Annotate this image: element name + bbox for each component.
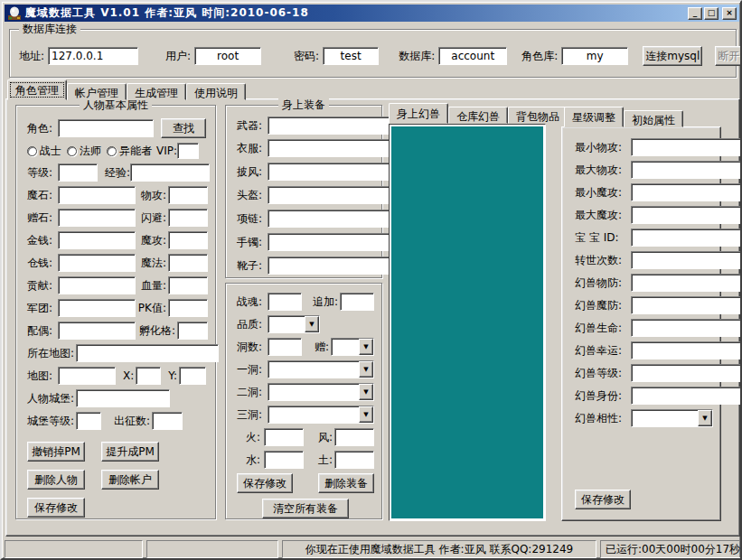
money-input[interactable] [58,231,136,249]
map-label: 地图: [27,369,58,384]
star-save-button[interactable]: 保存修改 [575,490,631,509]
main-tab-bar: 角色管理 帐户管理 生成管理 使用说明 [7,79,246,100]
hole1-dropdown[interactable]: ▼ [268,360,374,378]
user-input[interactable] [194,47,261,65]
cloak-label: 披风: [237,164,268,180]
min-phys-atk-input[interactable] [631,138,742,156]
magic-stone-input[interactable] [58,186,136,204]
tab-account-management[interactable]: 帐户管理 [67,83,127,100]
find-button[interactable]: 查找 [161,118,206,138]
hatch-slot-input[interactable] [177,322,208,340]
dropdown-arrow-icon[interactable]: ▼ [359,339,373,355]
current-map-input[interactable] [76,344,219,362]
tab-bag-items[interactable]: 背包物品 [508,107,568,124]
fire-input[interactable] [264,428,304,446]
war-soul-input[interactable] [268,293,302,311]
minimize-button[interactable]: _ [688,7,702,20]
delete-character-button[interactable]: 删除人物 [27,470,85,490]
disconnect-mysql-button[interactable]: 断开mysql [715,46,742,66]
mana-input[interactable] [168,254,208,272]
address-input[interactable] [48,47,138,65]
tab-warehouse-pets[interactable]: 仓库幻兽 [448,107,508,124]
connect-mysql-button[interactable]: 连接mysql [643,46,702,66]
map-input[interactable] [58,367,116,385]
y-input[interactable] [179,367,206,385]
castle-level-input[interactable] [76,412,101,430]
pet-affinity-dropdown[interactable]: ▼ [631,409,713,427]
expedition-input[interactable] [152,412,183,430]
quality-dropdown[interactable]: ▼ [268,315,320,333]
max-phys-atk-input[interactable] [631,161,742,179]
rebirth-count-input[interactable] [631,251,742,269]
esper-radio[interactable] [107,146,117,156]
dropdown-arrow-icon[interactable]: ▼ [359,406,373,423]
pet-phys-def-input[interactable] [631,274,742,292]
magic-atk-input[interactable] [168,231,208,249]
equipment-group: 身上装备 武器: 衣服: 披风: 头盔: 项链: 手镯: [225,105,382,278]
tab-star-adjust[interactable]: 星级调整 [564,107,624,127]
hp-input[interactable] [168,276,208,294]
legion-input[interactable] [58,299,136,317]
pet-listbox[interactable] [389,124,546,521]
dropdown-arrow-icon[interactable]: ▼ [359,384,373,400]
phys-atk-input[interactable] [168,186,208,204]
exp-input[interactable] [130,163,210,182]
level-input[interactable] [58,163,98,182]
mage-radio[interactable] [67,146,77,156]
max-magic-atk-input[interactable] [631,206,742,224]
hole3-dropdown[interactable]: ▼ [268,406,374,424]
x-input[interactable] [136,367,161,385]
save-changes-button[interactable]: 保存修改 [27,498,85,518]
clear-all-equipment-button[interactable]: 清空所有装备 [262,499,349,518]
delete-account-button[interactable]: 删除帐户 [101,470,159,490]
close-button[interactable]: × [722,7,737,20]
role-input[interactable] [58,119,154,137]
demote-pm-button[interactable]: 撤销掉PM [27,442,85,462]
dropdown-arrow-icon[interactable]: ▼ [359,361,373,378]
pet-identity-input[interactable] [631,387,742,405]
dropdown-arrow-icon[interactable]: ▼ [305,316,319,332]
pet-listbox-area[interactable] [391,126,543,518]
earth-input[interactable] [334,451,374,469]
tab-usage-help[interactable]: 使用说明 [186,83,246,100]
warrior-radio[interactable] [27,146,37,156]
dodge-input[interactable] [168,209,208,227]
exp-label: 经验: [105,165,130,181]
holes-input[interactable] [268,338,302,356]
maximize-button[interactable]: □ [704,7,719,20]
tab-body-pets[interactable]: 身上幻兽 [389,103,448,124]
quality-label: 品质: [237,317,268,332]
pet-hp-input[interactable] [631,319,742,337]
save-equipment-button[interactable]: 保存修改 [237,473,293,493]
statusbar-segment-1 [5,540,143,558]
castle-input[interactable] [76,389,170,407]
tab-initial-attributes[interactable]: 初始属性 [624,110,683,127]
hole2-dropdown[interactable]: ▼ [268,383,374,401]
contribution-input[interactable] [58,276,136,294]
promote-pm-button[interactable]: 提升成PM [101,442,159,462]
wind-input[interactable] [334,428,374,446]
tab-role-management[interactable]: 角色管理 [7,79,67,100]
water-input[interactable] [264,451,304,469]
database-input[interactable] [438,47,507,65]
hp-label: 血量: [141,278,166,294]
min-magic-atk-input[interactable] [631,183,742,201]
statusbar-segment-2 [146,540,278,558]
gift-stone-input[interactable] [58,209,136,227]
vip-input[interactable] [177,143,199,159]
spouse-input[interactable] [58,322,136,340]
spouse-label: 配偶: [27,323,58,339]
append-input[interactable] [340,293,374,311]
pet-magic-def-input[interactable] [631,296,742,314]
tab-generate-management[interactable]: 生成管理 [127,83,186,100]
password-input[interactable] [323,47,379,65]
pet-id-input[interactable] [631,229,742,247]
delete-equipment-button[interactable]: 删除装备 [318,473,374,493]
roledb-input[interactable] [561,47,628,65]
bank-money-input[interactable] [58,254,136,272]
pet-level-input[interactable] [631,364,742,382]
gift-dropdown[interactable]: ▼ [331,338,374,356]
pk-value-input[interactable] [168,299,208,317]
dropdown-arrow-icon[interactable]: ▼ [698,410,712,426]
pet-luck-input[interactable] [631,341,742,359]
